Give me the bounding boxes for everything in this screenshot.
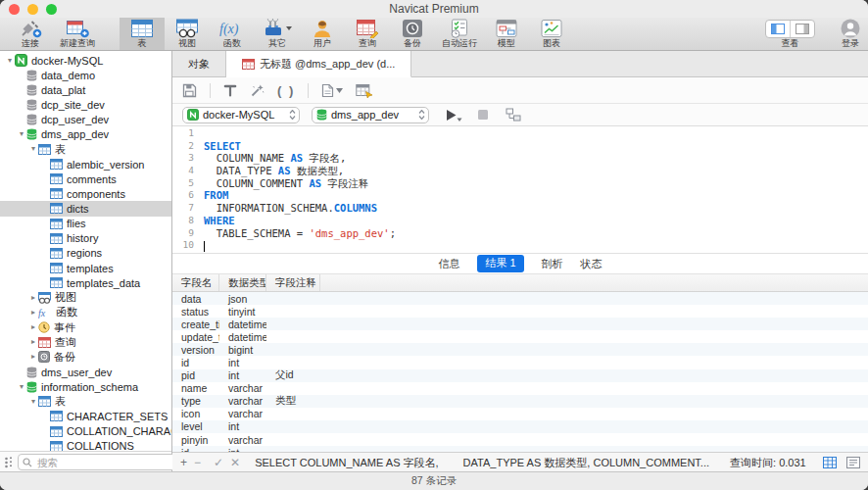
code-snippet-icon[interactable]: ( ) xyxy=(277,83,295,98)
tree-item-flies[interactable]: flies xyxy=(0,217,171,231)
tree-item-templates_data[interactable]: templates_data xyxy=(0,275,171,290)
toolbar-item-users[interactable]: 用户 xyxy=(300,18,345,50)
tree-item-templates[interactable]: templates xyxy=(0,261,171,275)
connection-settings-icon[interactable] xyxy=(4,457,13,468)
code-line[interactable]: 5 COLUMN_COMMENT AS 字段注释 xyxy=(172,177,868,190)
toolbar-item-newquery[interactable]: 新建查询 xyxy=(53,18,102,50)
code-line[interactable]: 10 xyxy=(172,239,868,252)
table-row[interactable]: levelint xyxy=(172,420,868,433)
show-navigation-pane-button[interactable] xyxy=(766,21,790,37)
show-information-pane-button[interactable] xyxy=(790,21,814,37)
tree-item-函数[interactable]: ▸fx函数 xyxy=(0,305,171,319)
chevron-right-icon[interactable]: ▸ xyxy=(28,352,38,362)
apply-changes-icon[interactable]: ✓ xyxy=(214,457,223,468)
toolbar-item-func[interactable]: f(x)函数 xyxy=(210,18,255,50)
chevron-right-icon[interactable]: ▸ xyxy=(28,308,38,318)
table-row[interactable]: namevarchar xyxy=(172,382,868,395)
toolbar-item-auto[interactable]: 自动运行 xyxy=(435,18,484,50)
table-row[interactable]: update_timedatetime xyxy=(172,330,868,343)
sidebar-search[interactable] xyxy=(18,454,176,470)
table-row[interactable]: datajson xyxy=(172,292,868,305)
table-row[interactable]: versionbigint xyxy=(172,343,868,356)
tree-item-dms_app_dev[interactable]: ▾dms_app_dev xyxy=(0,127,171,142)
tree-item-dcp_site_dev[interactable]: dcp_site_dev xyxy=(0,97,171,112)
chevron-down-icon[interactable]: ▾ xyxy=(17,382,26,392)
table-row[interactable]: create_timedatetime xyxy=(172,318,868,330)
zoom-window-icon[interactable] xyxy=(46,4,57,15)
tree-item-data_demo[interactable]: data_demo xyxy=(0,68,171,82)
toolbar-item-charts[interactable]: 图表 xyxy=(529,18,574,50)
chevron-down-icon[interactable]: ▾ xyxy=(28,397,38,407)
column-header-字段注释[interactable]: 字段注释 xyxy=(266,274,320,291)
tree-item-表[interactable]: ▾表 xyxy=(0,142,171,157)
tree-item-docker-MySQL[interactable]: ▾docker-MySQL xyxy=(0,53,171,68)
save-icon[interactable] xyxy=(182,83,197,98)
tree-item-dms_user_dev[interactable]: dms_user_dev xyxy=(0,365,171,379)
chevron-right-icon[interactable]: ▸ xyxy=(28,337,38,347)
tab-query[interactable]: 无标题 @dms_app_dev (d... xyxy=(226,51,411,77)
beautify-sql-icon[interactable] xyxy=(250,83,265,98)
code-line[interactable]: 8WHERE xyxy=(172,215,868,227)
code-line[interactable]: 4 DATA_TYPE AS 数据类型, xyxy=(172,165,868,177)
tree-item-data_plat[interactable]: data_plat xyxy=(0,82,171,97)
tree-item-CHARACTER_SETS[interactable]: CHARACTER_SETS xyxy=(0,409,171,423)
search-input[interactable] xyxy=(35,456,171,469)
close-window-icon[interactable] xyxy=(9,4,20,15)
tree-item-事件[interactable]: ▸事件 xyxy=(0,320,171,335)
chevron-right-icon[interactable]: ▸ xyxy=(28,293,38,303)
chevron-right-icon[interactable]: ▸ xyxy=(28,322,38,332)
tree-item-查询[interactable]: ▸查询 xyxy=(0,335,171,350)
result-tab-信息[interactable]: 信息 xyxy=(438,257,459,271)
stop-query-button[interactable] xyxy=(478,110,488,120)
table-row[interactable]: idint xyxy=(172,356,868,368)
table-row[interactable]: statustinyint xyxy=(172,305,868,318)
code-line[interactable]: 7 INFORMATION_SCHEMA.COLUMNS xyxy=(172,202,868,215)
tree-item-comments[interactable]: comments xyxy=(0,172,171,186)
tree-item-regions[interactable]: regions xyxy=(0,246,171,261)
add-record-icon[interactable]: + xyxy=(180,457,187,468)
explain-query-button[interactable] xyxy=(506,108,521,122)
toolbar-item-backup[interactable]: 备份 xyxy=(390,18,435,50)
toolbar-item-view[interactable]: 视图 xyxy=(165,18,210,50)
result-tab-状态[interactable]: 状态 xyxy=(581,257,603,271)
export-result-menu-button[interactable] xyxy=(321,83,343,98)
discard-changes-icon[interactable]: ✕ xyxy=(230,457,240,468)
form-view-icon[interactable] xyxy=(846,457,860,468)
toolbar-item-query[interactable]: 查询 xyxy=(345,18,390,50)
tree-item-history[interactable]: history xyxy=(0,231,171,246)
grid-view-icon[interactable] xyxy=(823,457,837,468)
toolbar-item-table[interactable]: 表 xyxy=(120,18,165,50)
table-row[interactable]: pidint父id xyxy=(172,369,868,382)
tree-item-dcp_user_dev[interactable]: dcp_user_dev xyxy=(0,113,171,127)
chevron-down-icon[interactable]: ▾ xyxy=(28,144,38,154)
chevron-down-icon[interactable]: ▾ xyxy=(17,129,26,139)
table-row[interactable]: typevarchar类型 xyxy=(172,395,868,408)
code-line[interactable]: 9 TABLE_SCHEMA = 'dms_app_dev'; xyxy=(172,227,868,240)
tree-item-dicts[interactable]: dicts xyxy=(0,201,171,216)
tree-item-COLLATIONS[interactable]: COLLATIONS xyxy=(0,439,171,451)
result-tab-剖析[interactable]: 剖析 xyxy=(542,257,563,271)
tree-item-information_schema[interactable]: ▾information_schema xyxy=(0,379,171,394)
code-line[interactable]: 3 COLUMN_NAME AS 字段名, xyxy=(172,152,868,165)
toolbar-item-connect[interactable]: 连接 xyxy=(8,18,53,50)
column-header-数据类型[interactable]: 数据类型 xyxy=(219,274,266,291)
tree-item-视图[interactable]: ▸视图 xyxy=(0,290,171,305)
connection-select[interactable]: docker-MySQL xyxy=(182,107,300,123)
delete-record-icon[interactable]: − xyxy=(194,457,201,468)
toolbar-item-others[interactable]: 其它 xyxy=(255,18,300,50)
tree-item-表[interactable]: ▾表 xyxy=(0,394,171,409)
tree-item-alembic_version[interactable]: alembic_version xyxy=(0,157,171,172)
column-header-字段名[interactable]: 字段名 xyxy=(172,274,219,291)
code-line[interactable]: 6FROM xyxy=(172,189,868,202)
code-line[interactable]: 2SELECT xyxy=(172,140,868,153)
login-group[interactable]: 登录 xyxy=(841,18,860,50)
sql-editor[interactable]: 12SELECT3 COLUMN_NAME AS 字段名,4 DATA_TYPE… xyxy=(172,126,868,254)
result-tab-结果 1[interactable]: 结果 1 xyxy=(477,255,523,272)
code-line[interactable]: 1 xyxy=(172,127,868,140)
chevron-down-icon[interactable]: ▾ xyxy=(5,56,15,66)
tab-objects[interactable]: 对象 xyxy=(172,51,226,76)
query-builder-icon[interactable] xyxy=(223,83,237,97)
toolbar-item-model[interactable]: 模型 xyxy=(484,18,529,50)
minimize-window-icon[interactable] xyxy=(27,4,38,15)
tree-item-COLLATION_CHARAC...[interactable]: COLLATION_CHARAC... xyxy=(0,424,171,439)
